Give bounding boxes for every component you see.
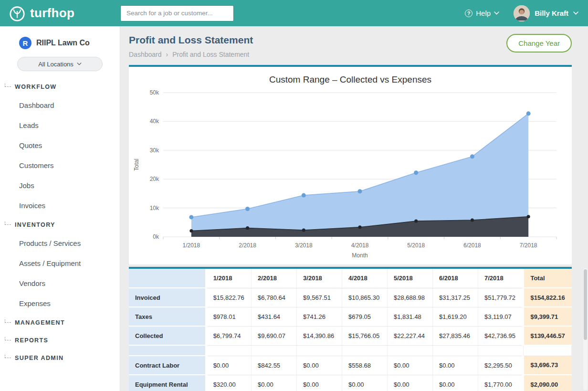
turfhop-logo-icon: [9, 5, 26, 22]
sidebar-item-expenses[interactable]: Expenses: [0, 294, 120, 314]
breadcrumb-separator: ›: [166, 51, 168, 58]
section-label: WORKFLOW: [15, 84, 57, 90]
value-cell: $22,227.44: [388, 326, 433, 345]
svg-text:30k: 30k: [150, 147, 159, 154]
breadcrumb: Dashboard › Profit and Loss Statement: [129, 51, 253, 58]
help-label: Help: [476, 9, 491, 17]
value-cell: $0.00: [432, 375, 478, 391]
svg-text:50k: 50k: [150, 89, 159, 96]
svg-text:0k: 0k: [153, 233, 159, 240]
tree-dash-icon: [5, 222, 11, 225]
sidebar-section-reports[interactable]: REPORTS: [0, 331, 120, 349]
tree-dash-icon: [5, 337, 11, 340]
value-cell: $1,770.00: [478, 375, 523, 391]
sidebar-item-products-services[interactable]: Products / Services: [0, 233, 120, 254]
collected-vs-expenses-chart: 0k10k20k30k40k50k1/20182/20183/20184/201…: [133, 87, 565, 262]
breadcrumb-current: Profit and Loss Statement: [172, 51, 249, 58]
sidebar-nav: WORKFLOWDashboardLeadsQuotesCustomersJob…: [0, 78, 120, 367]
location-selector-label: All Locations: [38, 61, 74, 68]
sidebar-item-leads[interactable]: Leads: [0, 116, 120, 136]
topbar: turfhop ? Help Billy Kraft: [0, 0, 588, 26]
column-header-2-2018: 2/2018: [252, 269, 297, 288]
sidebar-section-workflow[interactable]: WORKFLOW: [0, 78, 120, 95]
section-label: INVENTORY: [15, 222, 55, 228]
column-header-total: Total: [523, 269, 571, 288]
sidebar-section-inventory[interactable]: INVENTORY: [0, 216, 120, 233]
value-cell: $15,822.76: [206, 288, 252, 307]
svg-text:5/2018: 5/2018: [407, 242, 425, 249]
section-label: SUPER ADMIN: [15, 355, 63, 361]
value-cell: $51,779.72: [478, 288, 523, 307]
column-header-4-2018: 4/2018: [342, 269, 388, 288]
value-cell: $1,619.20: [432, 307, 478, 326]
total-cell: $3,696.73: [523, 356, 571, 375]
svg-text:1/2018: 1/2018: [183, 242, 200, 249]
tree-dash-icon: [5, 84, 11, 87]
svg-text:Month: Month: [352, 252, 368, 259]
value-cell: $0.00: [297, 375, 342, 391]
svg-text:Total: Total: [133, 159, 140, 170]
svg-text:3/2018: 3/2018: [295, 242, 313, 249]
pl-table-body: Invoiced$15,822.76$6,780.64$9,567.51$10,…: [129, 288, 572, 391]
tree-dash-icon: [5, 319, 11, 323]
help-icon: ?: [465, 10, 472, 17]
location-selector[interactable]: All Locations: [17, 57, 103, 71]
search-input[interactable]: [120, 5, 234, 21]
value-cell: $0.00: [388, 375, 433, 391]
vertical-scrollbar[interactable]: [583, 268, 588, 390]
scrollbar-thumb[interactable]: [584, 269, 587, 340]
value-cell: $431.64: [252, 307, 297, 326]
sidebar-item-invoices[interactable]: Invoices: [0, 196, 120, 216]
column-header-5-2018: 5/2018: [388, 269, 433, 288]
sidebar: R RIIPL Lawn Co All Locations WORKFLOWDa…: [0, 26, 120, 391]
section-label: REPORTS: [15, 337, 48, 344]
sidebar-section-super-admin[interactable]: SUPER ADMIN: [0, 349, 120, 367]
value-cell: $320.00: [206, 375, 252, 391]
svg-text:10k: 10k: [150, 205, 159, 211]
section-label: MANAGEMENT: [15, 319, 65, 326]
chart-card: Custom Range – Collected vs Expenses 0k1…: [129, 65, 572, 264]
group-spacer-row: [129, 345, 572, 356]
table-row-contract-labor: Contract Labor$0.00$842.55$0.00$558.68$0…: [129, 356, 572, 375]
svg-text:2/2018: 2/2018: [239, 242, 256, 249]
sidebar-item-assets-equipment[interactable]: Assets / Equipment: [0, 254, 120, 274]
sidebar-item-customers[interactable]: Customers: [0, 156, 120, 176]
app-logo[interactable]: turfhop: [9, 5, 120, 22]
svg-text:6/2018: 6/2018: [463, 242, 481, 249]
sidebar-item-jobs[interactable]: Jobs: [0, 176, 120, 196]
value-cell: $31,317.25: [432, 288, 478, 307]
value-cell: $9,690.07: [252, 326, 297, 345]
user-menu[interactable]: Billy Kraft: [514, 5, 578, 21]
sidebar-item-vendors[interactable]: Vendors: [0, 274, 120, 294]
value-cell: $27,835.46: [432, 326, 478, 345]
value-cell: $558.68: [342, 356, 388, 375]
table-row-taxes: Taxes$978.01$431.64$741.26$679.05$1,831.…: [129, 307, 572, 326]
company-name: RIIPL Lawn Co: [36, 39, 90, 47]
sidebar-section-management[interactable]: MANAGEMENT: [0, 314, 120, 331]
value-cell: $0.00: [206, 356, 252, 375]
value-cell: $6,799.74: [206, 326, 252, 345]
value-cell: $42,736.95: [478, 326, 523, 345]
sidebar-item-dashboard[interactable]: Dashboard: [0, 95, 120, 116]
company-badge-icon: R: [19, 37, 32, 49]
column-header-1-2018: 1/2018: [206, 269, 252, 288]
total-cell: $139,446.57: [523, 326, 571, 345]
column-header-3-2018: 3/2018: [297, 269, 342, 288]
svg-text:40k: 40k: [150, 118, 159, 125]
logo-text: turfhop: [30, 6, 74, 21]
breadcrumb-dashboard[interactable]: Dashboard: [129, 51, 162, 58]
value-cell: $6,780.64: [252, 288, 297, 307]
value-cell: $10,865.30: [342, 288, 388, 307]
value-cell: $741.26: [297, 307, 342, 326]
value-cell: $28,688.98: [388, 288, 433, 307]
user-name: Billy Kraft: [535, 9, 568, 17]
tree-dash-icon: [5, 355, 11, 358]
total-cell: $154,822.16: [523, 288, 571, 307]
pl-table-card: 1/20182/20183/20184/20185/20186/20187/20…: [129, 267, 572, 391]
table-row-equipment-rental: Equipment Rental$320.00$0.00$0.00$0.00$0…: [129, 375, 572, 391]
total-cell: $9,399.71: [523, 307, 571, 326]
value-cell: $978.01: [206, 307, 252, 326]
change-year-button[interactable]: Change Year: [506, 34, 572, 53]
help-menu[interactable]: ? Help: [465, 9, 499, 17]
sidebar-item-quotes[interactable]: Quotes: [0, 136, 120, 156]
